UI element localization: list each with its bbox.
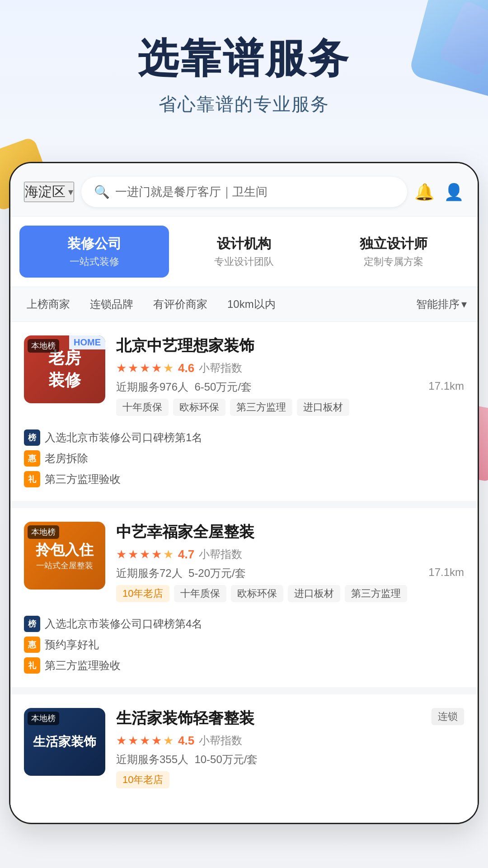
notification-icon[interactable]: 🔔 <box>414 183 435 202</box>
search-placeholder: 一进门就是餐厅客厅｜卫生间 <box>115 184 394 200</box>
listing-card-3[interactable]: 本地榜 生活家装饰 生活家装饰轻奢整装 连锁 ★ ★ ★ ★ <box>10 694 478 816</box>
sort-icon: ▾ <box>461 298 467 311</box>
hui-text-2: 预约享好礼 <box>45 637 99 652</box>
listing-3-service: 近期服务355人 10-50万元/套 <box>116 752 258 767</box>
tag-10year: 10年老店 <box>116 585 169 602</box>
listing-2-stars: ★ ★ ★ ★ ★ <box>116 547 174 561</box>
rank-text-1: 入选北京市装修公司口碑榜第1名 <box>45 430 202 445</box>
star-2: ★ <box>128 547 138 561</box>
thumb-1-badge: 本地榜 <box>28 339 59 353</box>
star-4: ★ <box>151 734 162 748</box>
home-icon: HOME <box>69 335 105 349</box>
tab-independent-designer[interactable]: 独立设计师 定制专属方案 <box>319 226 469 278</box>
star-2: ★ <box>128 361 138 375</box>
rank-icon: 榜 <box>24 429 40 446</box>
thumb-3-content: 生活家装饰 <box>33 733 96 750</box>
rank-text-2: 入选北京市装修公司口碑榜第4名 <box>45 617 202 631</box>
thumb-2-content: 拎包入住 一站式全屋整装 <box>36 540 94 571</box>
badge-li-1: 礼 第三方监理验收 <box>24 471 464 487</box>
listing-1-thumb: 本地榜 HOME 老房 装修 <box>24 335 105 403</box>
tab-renovation-sub: 一站式装修 <box>24 255 164 269</box>
star-2: ★ <box>128 734 138 748</box>
star-5: ★ <box>163 361 174 375</box>
listing-2-service: 近期服务72人 5-20万元/套 <box>116 566 246 580</box>
li-text-1: 第三方监理验收 <box>45 472 121 486</box>
thumb-3-badge: 本地榜 <box>28 712 59 725</box>
listing-3-name: 生活家装饰轻奢整装 <box>116 708 254 729</box>
listing-2-meta: 近期服务72人 5-20万元/套 17.1km <box>116 566 464 580</box>
hui-icon-1: 惠 <box>24 450 40 467</box>
hui-text-1: 老房拆除 <box>45 451 88 466</box>
listing-3-rating-num: 4.5 <box>178 734 194 748</box>
listing-1-rating-row: ★ ★ ★ ★ ★ 4.6 小帮指数 <box>116 361 464 375</box>
filter-chain-brand[interactable]: 连锁品牌 <box>84 294 139 314</box>
header-icons: 🔔 👤 <box>414 183 464 202</box>
listing-2-tags: 10年老店 十年质保 欧标环保 进口板材 第三方监理 <box>116 585 464 602</box>
listing-2-rating-row: ★ ★ ★ ★ ★ 4.7 小帮指数 <box>116 547 464 561</box>
hui-icon-2: 惠 <box>24 637 40 653</box>
profile-icon[interactable]: 👤 <box>444 183 464 202</box>
listing-2-name: 中艺幸福家全屋整装 <box>116 522 464 542</box>
filter-10km[interactable]: 10km以内 <box>222 294 281 314</box>
tab-renovation-company[interactable]: 装修公司 一站式装修 <box>19 226 169 278</box>
listing-3-info: 生活家装饰轻奢整装 连锁 ★ ★ ★ ★ ★ 4.5 小帮指数 <box>116 708 464 795</box>
li-text-2: 第三方监理验收 <box>45 658 121 673</box>
star-4: ★ <box>151 547 162 561</box>
listing-card-2[interactable]: 本地榜 拎包入住 一站式全屋整装 中艺幸福家全屋整装 ★ ★ ★ <box>10 508 478 687</box>
listing-1-distance: 17.1km <box>428 380 464 394</box>
location-text: 海淀区 <box>25 183 66 201</box>
listing-card-1[interactable]: 本地榜 HOME 老房 装修 北京中艺理想家装饰 ★ ★ <box>10 322 478 501</box>
star-4: ★ <box>151 361 162 375</box>
listing-3-name-row: 生活家装饰轻奢整装 连锁 <box>116 708 464 733</box>
search-bar-area: 海淀区 ▾ 🔍 一进门就是餐厅客厅｜卫生间 🔔 👤 <box>10 163 478 217</box>
tab-design-firm[interactable]: 设计机构 专业设计团队 <box>169 226 319 278</box>
hero-title: 选靠谱服务 <box>18 36 470 81</box>
badge-li-2: 礼 第三方监理验收 <box>24 657 464 674</box>
listing-2-rating-label: 小帮指数 <box>199 547 242 561</box>
category-tabs: 装修公司 一站式装修 设计机构 专业设计团队 独立设计师 定制专属方案 <box>10 217 478 287</box>
listing-3-rating-row: ★ ★ ★ ★ ★ 4.5 小帮指数 <box>116 733 464 748</box>
listing-1-meta: 近期服务976人 6-50万元/套 17.1km <box>116 380 464 394</box>
star-5: ★ <box>163 547 174 561</box>
thumb-1-content: 老房 装修 <box>48 347 81 392</box>
listing-3-rating-label: 小帮指数 <box>199 733 242 748</box>
search-input-box[interactable]: 🔍 一进门就是餐厅客厅｜卫生间 <box>81 177 407 207</box>
badge-rank-2: 榜 入选北京市装修公司口碑榜第4名 <box>24 616 464 632</box>
listing-1-rating-num: 4.6 <box>178 361 194 375</box>
badge-hui-1: 惠 老房拆除 <box>24 450 464 467</box>
rank-icon-2: 榜 <box>24 616 40 632</box>
tag-eco-2: 欧标环保 <box>231 585 283 602</box>
filter-reviewed[interactable]: 有评价商家 <box>148 294 213 314</box>
search-icon: 🔍 <box>94 184 110 199</box>
filter-bar: 上榜商家 连锁品牌 有评价商家 10km以内 智能排序 ▾ <box>10 287 478 322</box>
listing-2-distance: 17.1km <box>428 566 464 580</box>
location-button[interactable]: 海淀区 ▾ <box>24 182 74 202</box>
filter-smart-sort[interactable]: 智能排序 ▾ <box>416 297 467 311</box>
tag-board-2: 进口板材 <box>288 585 340 602</box>
badge-rank-1: 榜 入选北京市装修公司口碑榜第1名 <box>24 429 464 446</box>
tag-supervision-2: 第三方监理 <box>345 585 407 602</box>
li-icon-1: 礼 <box>24 471 40 487</box>
tab-design-firm-label: 设计机构 <box>174 235 314 253</box>
li-icon-2: 礼 <box>24 657 40 674</box>
listing-3-tags: 10年老店 <box>116 771 464 788</box>
listing-3-header: 本地榜 生活家装饰 生活家装饰轻奢整装 连锁 ★ ★ ★ ★ <box>24 708 464 795</box>
star-3: ★ <box>140 547 150 561</box>
hero-subtitle: 省心靠谱的专业服务 <box>18 92 470 117</box>
tag-10year-3: 10年老店 <box>116 771 169 788</box>
tab-designer-sub: 定制专属方案 <box>324 255 464 269</box>
listing-2-rating-num: 4.7 <box>178 547 194 561</box>
chain-badge: 连锁 <box>432 708 464 725</box>
chevron-down-icon: ▾ <box>68 186 73 198</box>
tag-eco: 欧标环保 <box>173 399 225 416</box>
listing-3-stars: ★ ★ ★ ★ ★ <box>116 734 174 748</box>
filter-top-merchant[interactable]: 上榜商家 <box>21 294 75 314</box>
star-1: ★ <box>116 734 127 748</box>
tag-warranty-2: 十年质保 <box>174 585 226 602</box>
listing-1-info: 北京中艺理想家装饰 ★ ★ ★ ★ ★ 4.6 小帮指数 近期服务97 <box>116 335 464 422</box>
tab-design-firm-sub: 专业设计团队 <box>174 255 314 269</box>
listing-2-info: 中艺幸福家全屋整装 ★ ★ ★ ★ ★ 4.7 小帮指数 近期服务72 <box>116 522 464 609</box>
tag-supervision: 第三方监理 <box>230 399 292 416</box>
star-3: ★ <box>140 361 150 375</box>
hero-section: 选靠谱服务 省心靠谱的专业服务 <box>0 0 488 135</box>
